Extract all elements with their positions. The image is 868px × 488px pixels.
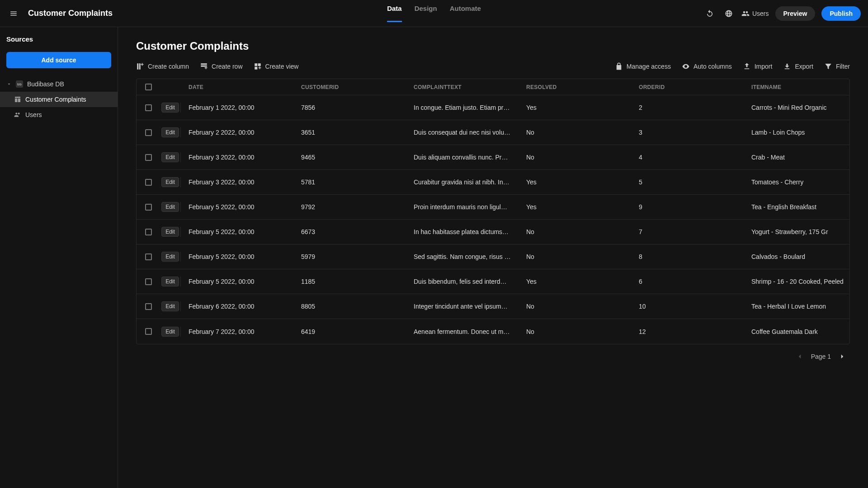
select-all-checkbox[interactable] xyxy=(145,84,152,90)
preview-button[interactable]: Preview xyxy=(775,6,816,21)
cell-resolved: Yes xyxy=(519,178,631,186)
cell-customerid: 5781 xyxy=(293,178,406,186)
nav-tab-data[interactable]: Data xyxy=(387,5,402,22)
row-checkbox[interactable] xyxy=(145,104,152,111)
cell-date: February 5 2022, 00:00 xyxy=(181,228,293,235)
col-resolved-header[interactable]: RESOLVED xyxy=(519,84,631,90)
page-label: Page 1 xyxy=(811,353,831,360)
sidebar-item-label: Customer Complaints xyxy=(25,96,86,103)
cell-complainttext: Integer tincidunt ante vel ipsum… xyxy=(406,303,519,310)
cell-orderid: 8 xyxy=(631,253,744,260)
publish-button[interactable]: Publish xyxy=(821,6,861,21)
col-itemname-header[interactable]: ITEMNAME xyxy=(744,84,849,90)
table-row[interactable]: Edit February 5 2022, 00:00 9792 Proin i… xyxy=(137,195,849,220)
edit-button[interactable]: Edit xyxy=(161,127,179,137)
budibase-icon: bb xyxy=(15,80,24,88)
page-title: Customer Complaints xyxy=(136,40,850,52)
cell-orderid: 10 xyxy=(631,303,744,310)
table-row[interactable]: Edit February 3 2022, 00:00 9465 Duis al… xyxy=(137,145,849,170)
col-orderid-header[interactable]: ORDERID xyxy=(631,84,744,90)
cell-complainttext: Sed sagittis. Nam congue, risus … xyxy=(406,253,519,260)
col-customerid-header[interactable]: CUSTOMERID xyxy=(293,84,406,90)
pager-next-icon[interactable] xyxy=(838,352,846,361)
table-row[interactable]: Edit February 5 2022, 00:00 5979 Sed sag… xyxy=(137,244,849,269)
edit-button[interactable]: Edit xyxy=(161,277,179,286)
table-row[interactable]: Edit February 7 2022, 00:00 6419 Aenean … xyxy=(137,319,849,344)
sidebar: Sources Add source bb Budibase DB Custom… xyxy=(0,27,118,488)
cell-orderid: 7 xyxy=(631,228,744,235)
edit-button[interactable]: Edit xyxy=(161,152,179,162)
row-checkbox[interactable] xyxy=(145,328,152,335)
cell-itemname: Tomatoes - Cherry xyxy=(744,178,849,186)
cell-orderid: 3 xyxy=(631,129,744,136)
sidebar-item-customer-complaints[interactable]: Customer Complaints xyxy=(0,92,118,107)
import-button[interactable]: Import xyxy=(743,62,773,70)
col-complainttext-header[interactable]: COMPLAINTTEXT xyxy=(406,84,519,90)
cell-date: February 2 2022, 00:00 xyxy=(181,129,293,136)
cell-customerid: 3651 xyxy=(293,129,406,136)
row-checkbox[interactable] xyxy=(145,179,152,186)
row-checkbox[interactable] xyxy=(145,278,152,285)
sidebar-item-users[interactable]: Users xyxy=(0,107,118,122)
edit-button[interactable]: Edit xyxy=(161,252,179,262)
row-checkbox[interactable] xyxy=(145,129,152,136)
create-row-icon xyxy=(200,62,208,70)
cell-itemname: Coffee Guatemala Dark xyxy=(744,328,849,335)
tool-label: Create row xyxy=(212,63,242,70)
table-row[interactable]: Edit February 3 2022, 00:00 5781 Curabit… xyxy=(137,170,849,195)
nav-tab-design[interactable]: Design xyxy=(415,5,437,22)
edit-button[interactable]: Edit xyxy=(161,227,179,237)
edit-button[interactable]: Edit xyxy=(161,177,179,187)
nav-tab-automate[interactable]: Automate xyxy=(450,5,481,22)
data-table: DATE CUSTOMERID COMPLAINTTEXT RESOLVED O… xyxy=(136,79,850,344)
add-source-button[interactable]: Add source xyxy=(6,52,111,68)
users-link[interactable]: Users xyxy=(741,9,769,18)
cell-resolved: No xyxy=(519,228,631,235)
pager-prev-icon[interactable] xyxy=(796,352,804,361)
row-checkbox[interactable] xyxy=(145,229,152,235)
table-row[interactable]: Edit February 5 2022, 00:00 6673 In hac … xyxy=(137,220,849,244)
db-label: Budibase DB xyxy=(27,80,64,88)
undo-icon[interactable] xyxy=(703,7,716,20)
export-icon xyxy=(783,62,791,70)
menu-icon[interactable] xyxy=(7,7,20,20)
tool-label: Import xyxy=(755,63,773,70)
table-row[interactable]: Edit February 2 2022, 00:00 3651 Duis co… xyxy=(137,120,849,145)
cell-itemname: Yogurt - Strawberry, 175 Gr xyxy=(744,228,849,235)
users-icon xyxy=(14,111,22,119)
cell-customerid: 1185 xyxy=(293,278,406,285)
cell-date: February 7 2022, 00:00 xyxy=(181,328,293,335)
edit-button[interactable]: Edit xyxy=(161,103,179,113)
cell-complainttext: Aenean fermentum. Donec ut m… xyxy=(406,328,519,335)
table-row[interactable]: Edit February 1 2022, 00:00 7856 In cong… xyxy=(137,95,849,120)
table-row[interactable]: Edit February 5 2022, 00:00 1185 Duis bi… xyxy=(137,269,849,294)
edit-button[interactable]: Edit xyxy=(161,327,179,337)
row-checkbox[interactable] xyxy=(145,253,152,260)
sidebar-db-node[interactable]: bb Budibase DB xyxy=(0,76,118,92)
filter-button[interactable]: Filter xyxy=(824,62,850,70)
table-icon xyxy=(14,95,22,103)
cell-complainttext: Duis consequat dui nec nisi volu… xyxy=(406,129,519,136)
cell-orderid: 12 xyxy=(631,328,744,335)
manage-access-button[interactable]: Manage access xyxy=(615,62,671,70)
cell-date: February 3 2022, 00:00 xyxy=(181,178,293,186)
cell-resolved: No xyxy=(519,253,631,260)
row-checkbox[interactable] xyxy=(145,204,152,211)
cell-resolved: Yes xyxy=(519,203,631,211)
table-row[interactable]: Edit February 6 2022, 00:00 8805 Integer… xyxy=(137,294,849,319)
row-checkbox[interactable] xyxy=(145,154,152,161)
create-view-button[interactable]: Create view xyxy=(254,62,299,70)
row-checkbox[interactable] xyxy=(145,303,152,310)
export-button[interactable]: Export xyxy=(783,62,813,70)
sidebar-item-label: Users xyxy=(25,111,42,118)
create-column-icon xyxy=(136,62,144,70)
cell-itemname: Calvados - Boulard xyxy=(744,253,849,260)
create-column-button[interactable]: Create column xyxy=(136,62,189,70)
globe-icon[interactable] xyxy=(722,7,735,20)
edit-button[interactable]: Edit xyxy=(161,202,179,212)
col-date-header[interactable]: DATE xyxy=(181,84,293,90)
users-label: Users xyxy=(752,10,769,17)
create-row-button[interactable]: Create row xyxy=(200,62,242,70)
auto-columns-button[interactable]: Auto columns xyxy=(682,62,732,70)
edit-button[interactable]: Edit xyxy=(161,301,179,311)
